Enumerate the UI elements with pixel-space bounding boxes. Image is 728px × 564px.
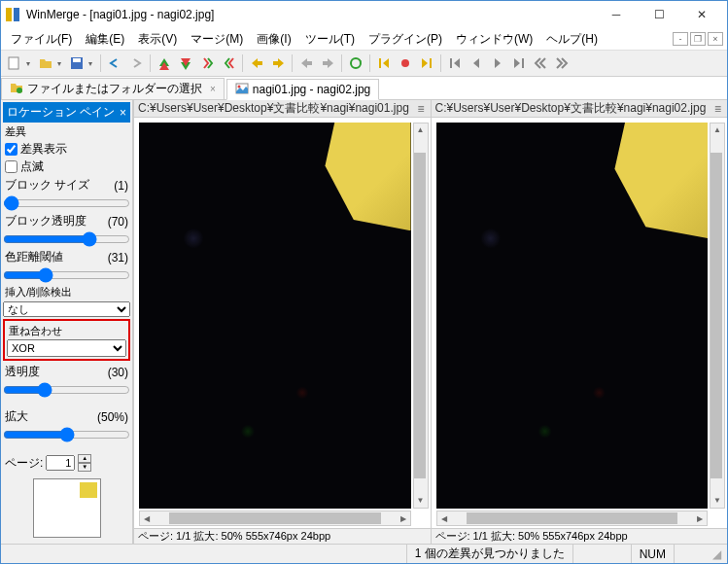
blink-checkbox[interactable]: 点滅 xyxy=(3,159,130,175)
copy-left-all-button[interactable] xyxy=(247,53,266,73)
nav-prev2-button[interactable] xyxy=(531,53,550,73)
refresh-button[interactable] xyxy=(346,53,365,73)
nav-next2-button[interactable] xyxy=(552,53,572,73)
block-alpha-slider[interactable] xyxy=(3,231,130,247)
menu-plugin[interactable]: プラグイン(P) xyxy=(363,29,448,50)
first-diff-button[interactable] xyxy=(374,53,394,73)
compare-panes: C:¥Users¥User¥Desktop¥文書比較¥nagi¥nagi01.j… xyxy=(133,100,727,544)
right-hscroll[interactable]: ◀▶ xyxy=(436,511,709,526)
right-image[interactable] xyxy=(436,123,709,509)
nav-last-button[interactable] xyxy=(509,53,529,73)
menu-window[interactable]: ウィンドウ(W) xyxy=(450,29,538,50)
nav-prev-button[interactable] xyxy=(467,53,486,73)
tab-close-button[interactable]: × xyxy=(210,84,216,94)
menu-merge[interactable]: マージ(M) xyxy=(185,29,249,50)
main-area: ロケーション ペイン × 差異 差異表示 点滅 ブロック サイズ(1) ブロック… xyxy=(1,100,727,544)
zoom-slider[interactable] xyxy=(3,427,130,442)
zoom-label: 拡大 xyxy=(5,408,28,425)
alpha-label: 透明度 xyxy=(5,364,40,380)
right-pane-menu-button[interactable]: ≡ xyxy=(712,102,723,116)
open-button[interactable] xyxy=(36,53,55,73)
svg-rect-9 xyxy=(450,58,452,68)
page-input[interactable] xyxy=(46,455,75,471)
status-diff-count: 1 個の差異が見つかりました xyxy=(406,545,572,563)
left-vscroll[interactable]: ▲▼ xyxy=(413,123,429,509)
block-size-label: ブロック サイズ xyxy=(5,177,89,194)
menu-file[interactable]: ファイル(F) xyxy=(5,29,78,50)
undo-button[interactable] xyxy=(105,53,124,73)
status-num: NUM xyxy=(631,545,674,563)
close-button[interactable]: ✕ xyxy=(680,1,723,28)
left-hscroll[interactable]: ◀▶ xyxy=(139,511,411,526)
menu-edit[interactable]: 編集(E) xyxy=(80,29,130,50)
mdi-restore-button[interactable]: ❐ xyxy=(690,32,706,46)
zoom-value: (50%) xyxy=(97,410,128,424)
menu-image[interactable]: 画像(I) xyxy=(251,29,296,50)
svg-rect-0 xyxy=(6,8,12,21)
right-vscroll[interactable]: ▲▼ xyxy=(710,123,725,509)
copy-left-button[interactable] xyxy=(296,53,316,73)
left-pane-path: C:¥Users¥User¥Desktop¥文書比較¥nagi¥nagi01.j… xyxy=(138,100,409,117)
menu-tool[interactable]: ツール(T) xyxy=(299,29,361,50)
statusbar: 1 個の差異が見つかりました NUM ◢ xyxy=(1,544,727,563)
folder-icon xyxy=(10,81,23,97)
alpha-value: (30) xyxy=(108,366,128,379)
location-pane: ロケーション ペイン × 差異 差異表示 点滅 ブロック サイズ(1) ブロック… xyxy=(1,100,133,544)
color-dist-value: (31) xyxy=(108,251,128,264)
menu-view[interactable]: 表示(V) xyxy=(132,29,183,50)
maximize-button[interactable]: ☐ xyxy=(638,1,680,28)
menubar: ファイル(F) 編集(E) 表示(V) マージ(M) 画像(I) ツール(T) … xyxy=(1,28,727,50)
diff-nav4-button[interactable] xyxy=(219,53,238,73)
menu-help[interactable]: ヘルプ(H) xyxy=(540,29,604,50)
mdi-close-button[interactable]: × xyxy=(708,32,723,46)
page-down-button[interactable]: ▼ xyxy=(78,463,91,472)
mdi-minimize-button[interactable]: - xyxy=(673,32,688,46)
left-pane-status: ページ: 1/1 拡大: 50% 555x746px 24bpp xyxy=(134,528,431,544)
window-title: WinMerge - [nagi01.jpg - nagi02.jpg] xyxy=(26,8,595,21)
tab-select-files[interactable]: ファイルまたはフォルダーの選択 × xyxy=(1,78,225,99)
right-pane-status: ページ: 1/1 拡大: 50% 555x746px 24bpp xyxy=(432,528,728,544)
ins-del-select[interactable]: なし xyxy=(3,301,130,317)
left-pane: C:¥Users¥User¥Desktop¥文書比較¥nagi¥nagi01.j… xyxy=(133,100,431,544)
nav-first-button[interactable] xyxy=(445,53,465,73)
page-thumbnail[interactable] xyxy=(33,478,101,538)
color-dist-label: 色距離閾値 xyxy=(5,249,63,265)
last-diff-button[interactable] xyxy=(417,53,436,73)
copy-right-all-button[interactable] xyxy=(268,53,288,73)
diff-up-button[interactable] xyxy=(155,53,174,73)
block-size-slider[interactable] xyxy=(3,195,130,211)
block-alpha-value: (70) xyxy=(108,215,128,229)
sidebar-close-button[interactable]: × xyxy=(120,106,126,120)
diff-section-label: 差異 xyxy=(3,123,130,140)
show-diff-checkbox[interactable]: 差異表示 xyxy=(3,141,130,158)
color-dist-slider[interactable] xyxy=(3,267,130,283)
resize-grip-icon[interactable]: ◢ xyxy=(712,547,723,561)
copy-right-button[interactable] xyxy=(318,53,337,73)
right-pane-header: C:¥Users¥User¥Desktop¥文書比較¥nagi¥nagi02.j… xyxy=(432,100,728,118)
overlay-select[interactable]: XOR xyxy=(7,339,126,357)
titlebar: WinMerge - [nagi01.jpg - nagi02.jpg] ─ ☐… xyxy=(1,1,727,28)
svg-point-5 xyxy=(351,58,361,68)
diff-down-button[interactable] xyxy=(176,53,195,73)
redo-button[interactable] xyxy=(126,53,146,73)
save-dropdown[interactable]: ▾ xyxy=(88,59,96,68)
left-image[interactable] xyxy=(139,123,411,509)
minimize-button[interactable]: ─ xyxy=(595,1,638,28)
diff-nav3-button[interactable] xyxy=(197,53,217,73)
left-pane-body: ▲▼ ◀▶ xyxy=(134,118,431,528)
save-button[interactable] xyxy=(67,53,87,73)
nav-next-button[interactable] xyxy=(488,53,507,73)
ins-del-label: 挿入/削除検出 xyxy=(3,284,130,300)
open-dropdown[interactable]: ▾ xyxy=(57,59,65,68)
alpha-slider[interactable] xyxy=(3,382,130,398)
toolbar: ▾ ▾ ▾ xyxy=(1,50,727,77)
tab-compare[interactable]: nagi01.jpg - nagi02.jpg xyxy=(226,79,379,100)
current-diff-button[interactable] xyxy=(396,53,415,73)
block-size-value: (1) xyxy=(114,179,128,193)
svg-point-7 xyxy=(401,59,409,67)
left-pane-menu-button[interactable]: ≡ xyxy=(415,102,426,116)
page-up-button[interactable]: ▲ xyxy=(78,454,91,463)
svg-rect-10 xyxy=(522,58,524,68)
new-button[interactable] xyxy=(5,53,24,73)
new-dropdown[interactable]: ▾ xyxy=(26,59,34,68)
